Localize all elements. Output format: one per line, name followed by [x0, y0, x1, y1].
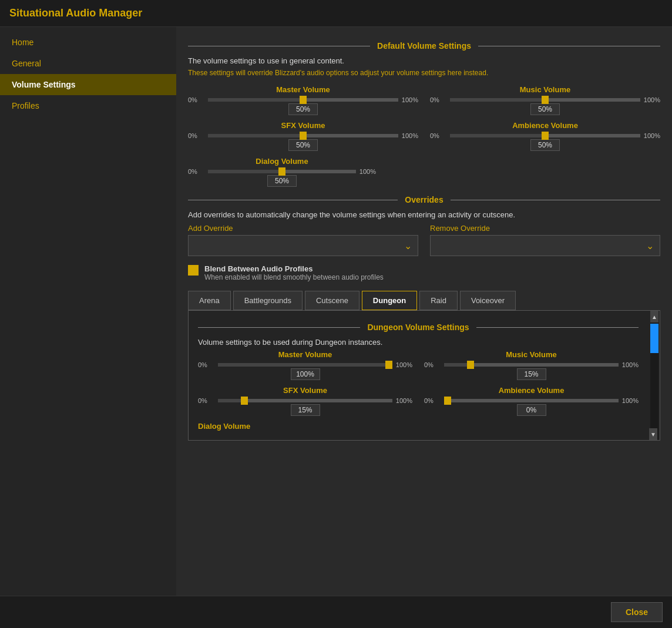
add-override-dropdown[interactable]: ⌄ [188, 235, 418, 256]
dungeon-music-min: 0% [424, 361, 441, 368]
ambience-volume-track[interactable] [450, 134, 640, 137]
add-override-container: Add Override ⌄ [188, 224, 418, 256]
dungeon-desc: Volume settings to be used during Dungeo… [198, 338, 639, 347]
app-title: Situational Audio Manager [9, 7, 663, 19]
dialog-volume-value[interactable]: 50% [267, 175, 297, 187]
tab-bar: Arena Battlegrounds Cutscene Dungeon Rai… [188, 291, 660, 310]
ambience-min-label: 0% [430, 132, 446, 139]
master-volume-value[interactable]: 50% [288, 103, 318, 115]
music-value-row: 50% [430, 103, 660, 115]
dungeon-music-value-row: 15% [424, 368, 639, 380]
dungeon-music-value[interactable]: 15% [517, 368, 546, 380]
remove-override-dropdown[interactable]: ⌄ [430, 235, 660, 256]
tab-battlegrounds[interactable]: Battlegrounds [233, 291, 303, 310]
ambience-volume-control: Ambience Volume 0% 100% 50% [430, 121, 660, 151]
master-value-row: 50% [188, 103, 418, 115]
music-min-label: 0% [430, 96, 446, 103]
dungeon-sfx-value[interactable]: 15% [291, 404, 320, 416]
dialog-volume-track[interactable] [208, 170, 356, 173]
blend-title: Blend Between Audio Profiles [204, 264, 384, 273]
sfx-volume-track[interactable] [208, 134, 398, 137]
sidebar-item-volume-settings[interactable]: Volume Settings [0, 74, 176, 95]
dungeon-line-right [476, 327, 639, 328]
dungeon-ambience-track[interactable] [444, 399, 619, 402]
dungeon-music-control: Music Volume 0% 100% 15% [424, 350, 639, 380]
dungeon-ambience-value-row: 0% [424, 404, 639, 416]
dungeon-master-slider-row: 0% 100% [198, 361, 412, 368]
dungeon-section-title: Dungeon Volume Settings [360, 323, 476, 332]
overrides-title: Overrides [398, 195, 450, 204]
tab-dungeon[interactable]: Dungeon [362, 291, 417, 310]
dialog-volume-slider-row: 0% 100% [188, 168, 376, 175]
music-volume-value[interactable]: 50% [530, 103, 560, 115]
dungeon-dialog-label: Dialog Volume [198, 422, 250, 431]
dungeon-sfx-slider-row: 0% 100% [198, 397, 412, 404]
header-line-left [188, 46, 370, 46]
master-volume-control: Master Volume 0% 100% 50% [188, 85, 418, 115]
tab-arena[interactable]: Arena [188, 291, 231, 310]
dungeon-master-value-row: 100% [198, 368, 412, 380]
scroll-down-button[interactable]: ▼ [649, 428, 657, 440]
tab-raid[interactable]: Raid [419, 291, 458, 310]
music-volume-slider-row: 0% 100% [430, 96, 660, 103]
main-layout: Home General Volume Settings Profiles De… [0, 27, 672, 596]
dungeon-music-label: Music Volume [506, 350, 556, 359]
sidebar-item-general[interactable]: General [0, 53, 176, 74]
overrides-desc: Add overrides to automatically change th… [188, 210, 660, 219]
dungeon-ambience-min: 0% [424, 397, 441, 404]
dungeon-sfx-track[interactable] [218, 399, 392, 402]
master-volume-track[interactable] [208, 98, 398, 102]
master-max-label: 100% [402, 96, 418, 103]
sfx-volume-value[interactable]: 50% [288, 139, 318, 151]
dungeon-master-min: 0% [198, 361, 214, 368]
ambience-value-row: 50% [430, 139, 660, 151]
overrides-line-left [188, 200, 398, 200]
add-override-label: Add Override [188, 224, 418, 233]
volume-grid-dialog: Dialog Volume 0% 100% 50% [188, 157, 376, 187]
overrides-line-right [451, 200, 660, 200]
tab-voiceover[interactable]: Voiceover [460, 291, 516, 310]
music-volume-track[interactable] [450, 98, 640, 102]
footer: Close [0, 596, 672, 628]
dungeon-sfx-control: SFX Volume 0% 100% 15% [198, 386, 412, 416]
dungeon-ambience-value[interactable]: 0% [517, 404, 546, 416]
sidebar-item-profiles[interactable]: Profiles [0, 95, 176, 116]
default-volume-title: Default Volume Settings [370, 41, 478, 51]
dungeon-master-track[interactable] [218, 363, 392, 367]
dungeon-music-track[interactable] [444, 363, 619, 367]
dungeon-sfx-min: 0% [198, 397, 214, 404]
dungeon-master-label: Master Volume [278, 350, 332, 359]
blend-checkbox[interactable] [188, 265, 199, 276]
remove-override-container: Remove Override ⌄ [430, 224, 660, 256]
dungeon-master-max: 100% [396, 361, 412, 368]
blend-row: Blend Between Audio Profiles When enable… [188, 264, 660, 281]
default-volume-desc: The volume settings to use in general co… [188, 56, 660, 65]
sidebar-item-home[interactable]: Home [0, 32, 176, 53]
scroll-up-button[interactable]: ▲ [650, 311, 658, 323]
sfx-volume-label: SFX Volume [281, 121, 325, 130]
volume-grid-row2: SFX Volume 0% 100% 50% Amb [188, 121, 660, 151]
sfx-volume-slider-row: 0% 100% [188, 132, 418, 139]
sfx-max-label: 100% [402, 132, 418, 139]
header-line-right [478, 46, 660, 46]
dungeon-section-header: Dungeon Volume Settings [198, 323, 639, 332]
app-container: Situational Audio Manager Home General V… [0, 0, 672, 628]
scroll-thumb[interactable] [650, 324, 658, 353]
dungeon-dialog-control: Dialog Volume [198, 422, 639, 433]
dungeon-master-value[interactable]: 100% [291, 368, 320, 380]
ambience-volume-value[interactable]: 50% [530, 139, 560, 151]
dungeon-ambience-slider-row: 0% 100% [424, 397, 639, 404]
dungeon-sfx-max: 100% [396, 397, 412, 404]
tab-cutscene[interactable]: Cutscene [305, 291, 359, 310]
close-button[interactable]: Close [611, 602, 663, 622]
remove-override-label: Remove Override [430, 224, 660, 233]
dungeon-volume-grid-row1: Master Volume 0% 100% 100% [198, 350, 639, 380]
overrides-grid: Add Override ⌄ Remove Override ⌄ [188, 224, 660, 256]
master-volume-label: Master Volume [276, 85, 330, 94]
overrides-header: Overrides [188, 195, 660, 204]
remove-override-chevron-icon: ⌄ [646, 240, 654, 251]
content-area: Default Volume Settings The volume setti… [176, 27, 672, 596]
warning-text: These settings will override Blizzard's … [188, 69, 660, 77]
dialog-max-label: 100% [359, 168, 376, 175]
dungeon-music-max: 100% [622, 361, 639, 368]
